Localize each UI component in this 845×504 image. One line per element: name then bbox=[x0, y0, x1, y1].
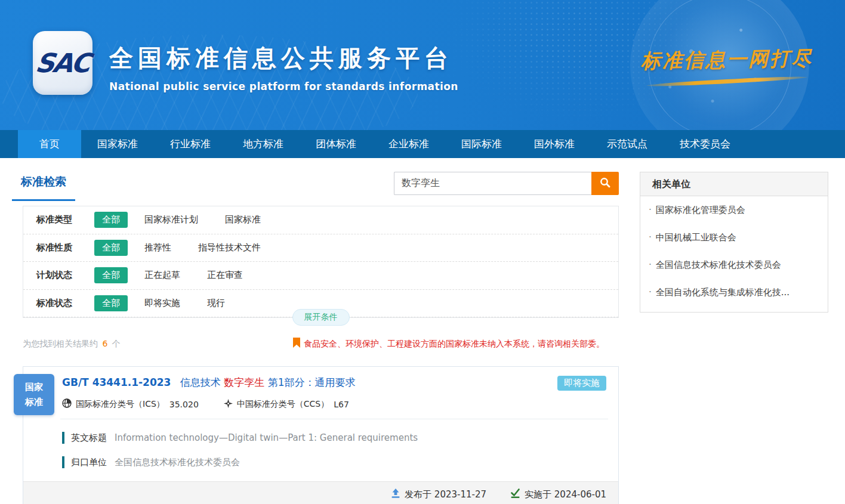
sidebar-item-sac[interactable]: ·国家标准化管理委员会 bbox=[640, 196, 828, 224]
card-footer: 发布于 2023-11-27 实施于 2024-06-01 bbox=[23, 481, 618, 504]
filter-option[interactable]: 正在起草 bbox=[144, 270, 180, 281]
related-units-title: 相关单位 bbox=[640, 172, 828, 196]
filter-all-button[interactable]: 全部 bbox=[94, 267, 128, 283]
site-subtitle: National public service platform for sta… bbox=[109, 81, 458, 92]
compass-icon bbox=[224, 399, 237, 410]
expand-conditions-button[interactable]: 展开条件 bbox=[292, 309, 350, 326]
bullet: · bbox=[649, 232, 652, 243]
site-header: SAC 全国标准信息公共服务平台 National public service… bbox=[0, 0, 845, 130]
search-input[interactable] bbox=[394, 172, 591, 195]
slogan-text: 标准信息一网打尽 bbox=[637, 45, 817, 75]
implement-check-icon bbox=[510, 488, 525, 501]
filter-option[interactable]: 即将实施 bbox=[144, 298, 180, 309]
ics-label: 国际标准分类号（ICS） bbox=[76, 399, 165, 410]
filter-option[interactable]: 推荐性 bbox=[144, 242, 171, 253]
sidebar-item-machinery-federation[interactable]: ·中国机械工业联合会 bbox=[640, 224, 828, 251]
nav-item-national-standards[interactable]: 国家标准 bbox=[81, 130, 154, 158]
filter-panel: 标准类型 全部 国家标准计划 国家标准 标准性质 全部 推荐性 指导性技术文件 … bbox=[23, 206, 619, 318]
system-notice: 食品安全、环境保护、工程建设方面的国家标准未纳入本系统，请咨询相关部委。 bbox=[292, 338, 605, 350]
filter-option[interactable]: 国家标准 bbox=[225, 214, 261, 225]
filter-all-button[interactable]: 全部 bbox=[94, 295, 128, 311]
sidebar-item-automation-systems-committee[interactable]: ·全国自动化系统与集成标准化技... bbox=[640, 279, 828, 306]
nav-item-local-standards[interactable]: 地方标准 bbox=[227, 130, 300, 158]
nav-item-home[interactable]: 首页 bbox=[18, 130, 81, 158]
results-count-prefix: 为您找到相关结果约 bbox=[23, 339, 98, 348]
ccs-value: L67 bbox=[334, 400, 349, 409]
filter-option[interactable]: 正在审查 bbox=[207, 270, 243, 281]
nav-item-foreign-standards[interactable]: 国外标准 bbox=[518, 130, 591, 158]
results-count: 为您找到相关结果约 6 个 bbox=[23, 339, 121, 350]
published-value: 2023-11-27 bbox=[434, 489, 486, 500]
nav-item-group-standards[interactable]: 团体标准 bbox=[300, 130, 372, 158]
results-count-number: 6 bbox=[102, 339, 107, 348]
committee-value: 全国信息技术标准化技术委员会 bbox=[115, 457, 240, 468]
filter-option[interactable]: 现行 bbox=[207, 298, 225, 309]
brand: SAC 全国标准信息公共服务平台 National public service… bbox=[33, 31, 458, 95]
side-column: 相关单位 ·国家标准化管理委员会 ·中国机械工业联合会 ·全国信息技术标准化技术… bbox=[640, 158, 828, 504]
filter-row-plan-status: 计划状态 全部 正在起草 正在审查 bbox=[23, 262, 618, 290]
results-count-suffix: 个 bbox=[112, 339, 121, 348]
nav-item-industry-standards[interactable]: 行业标准 bbox=[154, 130, 227, 158]
section-title-standard-search: 标准检索 bbox=[12, 174, 75, 201]
sac-logo[interactable]: SAC bbox=[33, 31, 92, 95]
bookmark-icon bbox=[292, 338, 304, 350]
bullet: · bbox=[649, 205, 652, 215]
notice-text: 食品安全、环境保护、工程建设方面的国家标准未纳入本系统，请咨询相关部委。 bbox=[304, 339, 605, 350]
site-title: 全国标准信息公共服务平台 bbox=[109, 42, 458, 75]
field-bar bbox=[62, 432, 64, 444]
search-row: 标准检索 bbox=[23, 158, 619, 206]
search-icon bbox=[599, 177, 611, 190]
standard-title-link[interactable]: GB/T 43441.1-2023 信息技术 数字孪生 第1部分：通用要求 bbox=[62, 376, 355, 389]
search-button[interactable] bbox=[591, 172, 619, 195]
nav-item-enterprise-standards[interactable]: 企业标准 bbox=[372, 130, 445, 158]
sidebar-item-label: 全国自动化系统与集成标准化技... bbox=[656, 287, 790, 298]
bullet: · bbox=[649, 259, 652, 270]
main-nav: 首页 国家标准 行业标准 地方标准 团体标准 企业标准 国际标准 国外标准 示范… bbox=[0, 130, 845, 158]
brand-titles: 全国标准信息公共服务平台 National public service pla… bbox=[109, 31, 458, 92]
nav-item-international-standards[interactable]: 国际标准 bbox=[445, 130, 518, 158]
english-title-row: 英文标题 Information technology—Digital twin… bbox=[23, 432, 618, 444]
filter-row-standard-type: 标准类型 全部 国家标准计划 国家标准 bbox=[23, 206, 618, 234]
page: SAC 全国标准信息公共服务平台 National public service… bbox=[0, 0, 845, 504]
filter-all-button[interactable]: 全部 bbox=[94, 212, 128, 228]
sidebar-item-label: 中国机械工业联合会 bbox=[656, 232, 736, 243]
main-column: 标准检索 标准类型 全部 国家标准计划 国家标准 bbox=[23, 158, 619, 504]
filter-all-button[interactable]: 全部 bbox=[94, 240, 128, 256]
publish-upload-icon bbox=[391, 488, 405, 501]
badge-line2: 标准 bbox=[25, 395, 43, 410]
title-highlight: 数字孪生 bbox=[224, 376, 264, 388]
implemented-date: 实施于 2024-06-01 bbox=[510, 488, 606, 501]
ics-value: 35.020 bbox=[169, 400, 199, 409]
nav-item-technical-committees[interactable]: 技术委员会 bbox=[664, 130, 747, 158]
sidebar-item-label: 国家标准化管理委员会 bbox=[656, 205, 745, 215]
filter-option[interactable]: 指导性技术文件 bbox=[198, 242, 261, 253]
ics-meta: 国际标准分类号（ICS） 35.020 bbox=[62, 398, 199, 410]
filter-label: 标准状态 bbox=[36, 298, 94, 309]
card-head: GB/T 43441.1-2023 信息技术 数字孪生 第1部分：通用要求 即将… bbox=[23, 367, 618, 391]
sac-logo-text: SAC bbox=[34, 48, 91, 78]
sidebar-item-it-standardization-committee[interactable]: ·全国信息技术标准化技术委员会 bbox=[640, 251, 828, 279]
ccs-meta: 中国标准分类号（CCS） L67 bbox=[224, 399, 349, 410]
search-box bbox=[394, 172, 619, 195]
committee-row: 归口单位 全国信息技术标准化技术委员会 bbox=[23, 456, 618, 468]
related-units-panel: 相关单位 ·国家标准化管理委员会 ·中国机械工业联合会 ·全国信息技术标准化技术… bbox=[640, 172, 828, 313]
content: 标准检索 标准类型 全部 国家标准计划 国家标准 bbox=[0, 158, 845, 504]
field-bar bbox=[62, 456, 64, 468]
slogan: 标准信息一网打尽 bbox=[637, 47, 816, 84]
filter-option[interactable]: 国家标准计划 bbox=[144, 214, 198, 225]
filter-label: 计划状态 bbox=[36, 270, 94, 281]
bullet: · bbox=[649, 287, 652, 298]
card-meta-row: 国际标准分类号（ICS） 35.020 中国标准分类号（CCS） L67 bbox=[23, 391, 618, 410]
filter-row-standard-nature: 标准性质 全部 推荐性 指导性技术文件 bbox=[23, 234, 618, 262]
nav-item-pilot[interactable]: 示范试点 bbox=[591, 130, 664, 158]
published-date: 发布于 2023-11-27 bbox=[391, 488, 486, 501]
card-divider bbox=[60, 419, 608, 419]
english-title-label: 英文标题 bbox=[71, 432, 107, 444]
sidebar-padding bbox=[640, 306, 828, 312]
implemented-label: 实施于 bbox=[525, 489, 551, 500]
implemented-value: 2024-06-01 bbox=[554, 489, 606, 500]
title-part: 信息技术 bbox=[180, 376, 221, 388]
result-card: 国家 标准 GB/T 43441.1-2023 信息技术 数字孪生 第1部分：通… bbox=[23, 366, 619, 504]
sidebar-item-label: 全国信息技术标准化技术委员会 bbox=[656, 259, 781, 270]
ccs-label: 中国标准分类号（CCS） bbox=[237, 399, 329, 410]
